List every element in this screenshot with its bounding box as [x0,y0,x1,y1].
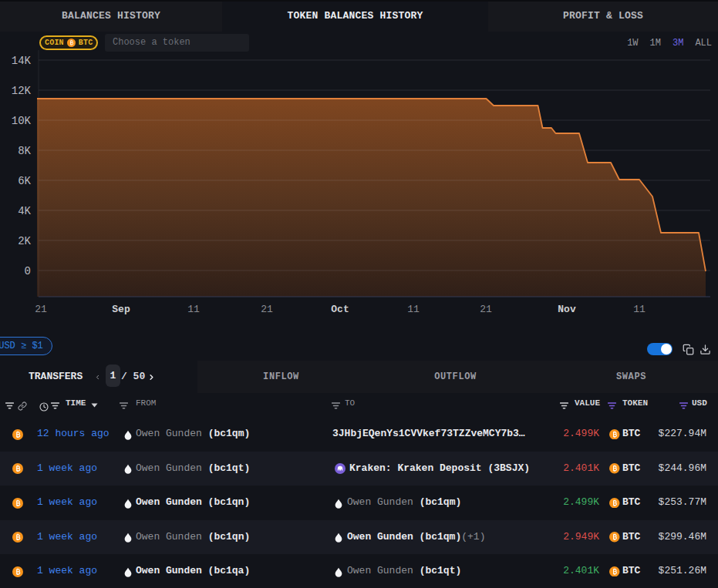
svg-text:14K: 14K [12,55,32,67]
svg-text:8K: 8K [18,145,31,157]
svg-text:Sep: Sep [112,304,130,315]
svg-text:2K: 2K [18,235,31,247]
svg-text:21: 21 [35,304,47,315]
svg-text:Oct: Oct [331,304,349,315]
svg-text:0: 0 [25,265,31,277]
svg-text:4K: 4K [18,205,31,217]
svg-text:11: 11 [187,304,200,315]
svg-text:6K: 6K [18,175,31,187]
svg-text:21: 21 [480,304,492,315]
svg-text:10K: 10K [12,115,32,127]
svg-text:11: 11 [633,304,646,315]
svg-text:11: 11 [407,304,420,315]
svg-text:12K: 12K [12,85,32,97]
svg-text:21: 21 [261,304,273,315]
svg-text:Nov: Nov [558,304,576,315]
